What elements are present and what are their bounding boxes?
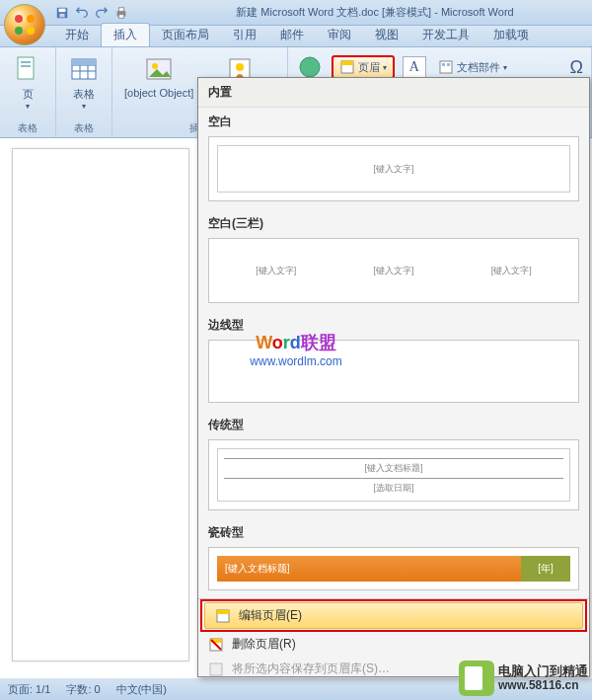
tab-references[interactable]: 引用 [221, 24, 268, 46]
chevron-down-icon: ▾ [383, 63, 387, 72]
svg-rect-27 [442, 63, 445, 66]
page-icon [12, 53, 43, 85]
gallery-item-traditional[interactable]: [键入文档标题] [选取日期] [208, 439, 579, 510]
tab-layout[interactable]: 页面布局 [150, 24, 221, 46]
site-name: 电脑入门到精通 [498, 664, 588, 678]
text-a-button[interactable]: A [403, 56, 426, 78]
site-logo-icon [459, 661, 494, 696]
svg-point-7 [27, 15, 35, 23]
gallery-section-builtin: 内置 [198, 78, 589, 108]
header-dropdown-button[interactable]: 页眉 ▾ [332, 55, 395, 79]
svg-rect-10 [18, 57, 34, 79]
site-watermark: 电脑入门到精通 www.58116.cn [459, 661, 588, 696]
tab-home[interactable]: 开始 [53, 24, 101, 46]
undo-icon[interactable] [75, 6, 89, 20]
picture-icon [143, 53, 175, 85]
chevron-down-icon: ▾ [503, 63, 507, 72]
edit-header-menuitem[interactable]: 编辑页眉(E) [204, 602, 583, 629]
building-blocks-icon [438, 59, 454, 75]
remove-header-menuitem[interactable]: 删除页眉(R) [198, 632, 589, 657]
tab-addins[interactable]: 加载项 [481, 24, 541, 46]
svg-rect-5 [118, 14, 123, 18]
status-words[interactable]: 字数: 0 [66, 682, 100, 697]
ribbon-group-pages: 页 ▾ 表格 [0, 47, 56, 137]
gallery-item-blank[interactable]: [键入文字] [208, 136, 579, 201]
status-language[interactable]: 中文(中国) [116, 682, 167, 697]
svg-rect-25 [341, 61, 353, 65]
header-icon [339, 59, 355, 75]
svg-rect-34 [210, 663, 222, 675]
save-icon[interactable] [55, 6, 69, 20]
office-logo-icon [12, 12, 37, 38]
chevron-down-icon: ▾ [82, 102, 86, 111]
delete-header-icon [208, 637, 224, 653]
picture-button[interactable]: [object Object] [120, 51, 197, 101]
gallery-item-tiles[interactable]: [键入文档标题] [年] [208, 547, 579, 590]
tab-view[interactable]: 视图 [363, 24, 410, 46]
window-title: 新建 Microsoft Word 文档.doc [兼容模式] - Micros… [128, 5, 592, 20]
gallery-item-blank3-title: 空白(三栏) [198, 209, 589, 236]
pages-button[interactable]: 页 ▾ [8, 51, 47, 113]
header-icon [215, 608, 231, 624]
svg-point-22 [236, 63, 244, 71]
tab-insert[interactable]: 插入 [101, 23, 150, 46]
svg-point-9 [27, 27, 35, 35]
document-page [12, 148, 189, 661]
table-button[interactable]: 表格 ▾ [64, 51, 104, 113]
status-page[interactable]: 页面: 1/1 [8, 682, 50, 697]
gallery-item-traditional-title: 传统型 [198, 411, 589, 437]
svg-rect-11 [21, 61, 31, 63]
svg-rect-30 [217, 610, 229, 614]
redo-icon[interactable] [95, 6, 109, 20]
office-button[interactable] [4, 4, 45, 45]
gallery-item-tiles-title: 瓷砖型 [198, 518, 589, 545]
header-gallery-dropdown: 内置 空白 [键入文字] 空白(三栏) [键入文字] [键入文字] [键入文字]… [197, 77, 590, 677]
title-bar: 新建 Microsoft Word 文档.doc [兼容模式] - Micros… [0, 0, 592, 26]
svg-point-20 [152, 63, 158, 69]
site-url: www.58116.cn [498, 679, 588, 692]
gallery-item-blank-title: 空白 [198, 108, 589, 134]
svg-rect-28 [447, 63, 450, 66]
svg-rect-18 [72, 59, 96, 65]
svg-point-6 [15, 15, 23, 23]
svg-rect-1 [59, 8, 66, 12]
svg-rect-26 [440, 61, 452, 73]
ribbon-group-tables: 表格 ▾ 表格 [56, 47, 112, 137]
ribbon-tabs: 开始 插入 页面布局 引用 邮件 审阅 视图 开发工具 加载项 [0, 26, 592, 47]
tab-mailings[interactable]: 邮件 [268, 24, 316, 46]
tab-developer[interactable]: 开发工具 [410, 24, 481, 46]
save-selection-icon [208, 661, 224, 677]
table-icon [68, 53, 100, 85]
svg-point-23 [300, 57, 320, 77]
text-parts-button[interactable]: 文档部件 ▾ [434, 57, 511, 77]
tab-review[interactable]: 审阅 [316, 24, 363, 46]
watermark: Word联盟 www.wordlm.com [250, 331, 341, 368]
omega-icon[interactable]: Ω [570, 57, 583, 78]
print-icon[interactable] [114, 6, 128, 20]
svg-rect-12 [21, 65, 31, 67]
svg-point-8 [15, 27, 23, 35]
svg-rect-2 [59, 13, 64, 17]
svg-rect-4 [118, 7, 123, 11]
gallery-item-blank3[interactable]: [键入文字] [键入文字] [键入文字] [208, 238, 579, 303]
chevron-down-icon: ▾ [26, 102, 30, 111]
